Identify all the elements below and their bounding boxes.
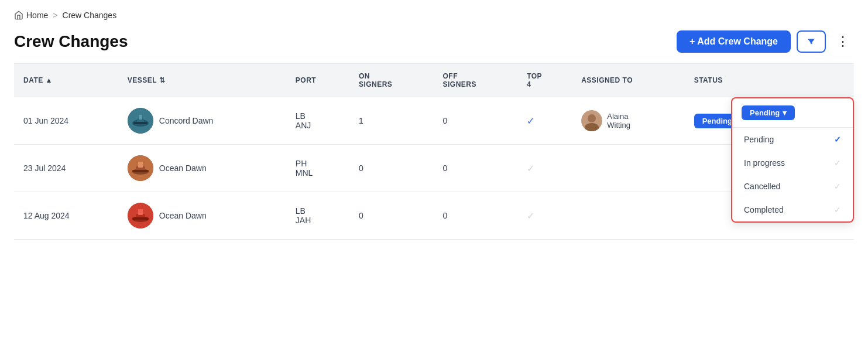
- cell-on-signers-3: 0: [349, 192, 434, 240]
- breadcrumb-separator: >: [53, 11, 57, 20]
- breadcrumb: Home > Crew Changes: [0, 0, 868, 26]
- chevron-dropdown: ▾: [783, 108, 787, 117]
- table-row: 12 Aug 2024 Ocean Dawn: [14, 192, 854, 240]
- svg-rect-4: [133, 122, 147, 124]
- sort-arrow-date: ▲: [46, 76, 53, 84]
- status-option-inprogress-label: In progress: [744, 158, 785, 168]
- page-header: Crew Changes + Add Crew Change ⋮: [0, 26, 868, 63]
- svg-rect-11: [138, 162, 143, 168]
- status-option-completed-label: Completed: [744, 205, 784, 214]
- svg-point-6: [588, 114, 596, 122]
- status-option-pending[interactable]: Pending ✓: [732, 128, 853, 151]
- vessel-avatar-2: [128, 155, 153, 181]
- cell-assigned-1: AlainaWitting: [572, 97, 684, 145]
- status-option-completed[interactable]: Completed ✓: [732, 198, 853, 221]
- cell-date-2: 23 Jul 2024: [14, 145, 118, 192]
- cell-off-signers-3: 0: [434, 192, 518, 240]
- col-header-on-signers: ONSIGNERS: [349, 64, 434, 97]
- cell-port-1: LBANJ: [286, 97, 349, 145]
- col-header-date[interactable]: DATE ▲: [14, 64, 118, 97]
- cell-off-signers-1: 0: [434, 97, 518, 145]
- sort-arrows-vessel: ⇅: [159, 76, 165, 84]
- crew-changes-table: DATE ▲ VESSEL ⇅ PORT ONSIGNERS OFFSIGNER…: [14, 64, 854, 240]
- cell-on-signers-2: 0: [349, 145, 434, 192]
- add-crew-change-button[interactable]: + Add Crew Change: [677, 30, 791, 53]
- top4-check-3: ✓: [527, 211, 534, 221]
- table-row: 01 Jun 2024 Concord Dawn: [14, 97, 854, 145]
- svg-rect-3: [139, 115, 142, 120]
- status-option-cancelled[interactable]: Cancelled ✓: [732, 175, 853, 198]
- col-header-port: PORT: [286, 64, 349, 97]
- more-options-button[interactable]: ⋮: [832, 32, 854, 52]
- status-option-inprogress[interactable]: In progress ✓: [732, 151, 853, 175]
- inprogress-check-icon: ✓: [834, 158, 841, 168]
- home-link[interactable]: Home: [14, 11, 48, 20]
- vessel-avatar-3: [128, 203, 153, 229]
- cell-port-2: PHMNL: [286, 145, 349, 192]
- cell-vessel-3: Ocean Dawn: [118, 192, 286, 240]
- svg-rect-12: [132, 170, 149, 172]
- completed-check-icon: ✓: [834, 205, 841, 214]
- col-header-vessel[interactable]: VESSEL ⇅: [118, 64, 286, 97]
- filter-button[interactable]: [797, 30, 826, 53]
- cell-vessel-1: Concord Dawn: [118, 97, 286, 145]
- status-badge-dropdown[interactable]: Pending ▾: [742, 105, 795, 120]
- col-header-off-signers: OFFSIGNERS: [434, 64, 518, 97]
- filter-icon: [806, 36, 816, 47]
- table-wrapper: DATE ▲ VESSEL ⇅ PORT ONSIGNERS OFFSIGNER…: [0, 64, 868, 240]
- col-header-assigned-to: ASSIGNED TO: [572, 64, 684, 97]
- home-icon: [14, 11, 23, 20]
- table-header-row: DATE ▲ VESSEL ⇅ PORT ONSIGNERS OFFSIGNER…: [14, 64, 854, 97]
- pending-check-icon: ✓: [834, 135, 841, 144]
- cancelled-check-icon: ✓: [834, 182, 841, 191]
- vessel-avatar-1: [128, 108, 153, 134]
- status-dropdown: Pending ▾ Pending ✓ In progress ✓ Can: [731, 97, 854, 223]
- cell-top4-2: ✓: [517, 145, 572, 192]
- status-option-cancelled-label: Cancelled: [744, 182, 780, 191]
- svg-rect-17: [132, 217, 149, 220]
- col-header-status: STATUS: [685, 64, 854, 97]
- cell-status-1: Pending ▾ Pending ▾ Pending ✓: [685, 97, 854, 145]
- cell-vessel-2: Ocean Dawn: [118, 145, 286, 192]
- cell-top4-1: ✓: [517, 97, 572, 145]
- vessel-name-1: Concord Dawn: [159, 116, 214, 125]
- col-header-top4: TOP4: [517, 64, 572, 97]
- assignee-name-1: AlainaWitting: [607, 112, 630, 129]
- cell-top4-3: ✓: [517, 192, 572, 240]
- svg-rect-16: [138, 209, 143, 215]
- breadcrumb-current: Crew Changes: [63, 11, 117, 20]
- breadcrumb-home-label: Home: [26, 11, 48, 20]
- cell-assigned-2: [572, 145, 684, 192]
- table-row: 23 Jul 2024 Ocean Dawn: [14, 145, 854, 192]
- assignee-avatar-1: [581, 110, 602, 131]
- vessel-name-2: Ocean Dawn: [159, 163, 207, 173]
- cell-port-3: LBJAH: [286, 192, 349, 240]
- status-option-pending-label: Pending: [744, 135, 774, 144]
- vessel-name-3: Ocean Dawn: [159, 211, 207, 220]
- status-dropdown-header: Pending ▾: [732, 98, 853, 128]
- cell-date-3: 12 Aug 2024: [14, 192, 118, 240]
- header-actions: + Add Crew Change ⋮: [677, 30, 854, 53]
- cell-off-signers-2: 0: [434, 145, 518, 192]
- top4-check-2: ✓: [527, 163, 534, 173]
- cell-on-signers-1: 1: [349, 97, 434, 145]
- top4-check-1: ✓: [527, 116, 534, 126]
- page-title: Crew Changes: [14, 32, 128, 51]
- cell-date-1: 01 Jun 2024: [14, 97, 118, 145]
- cell-assigned-3: [572, 192, 684, 240]
